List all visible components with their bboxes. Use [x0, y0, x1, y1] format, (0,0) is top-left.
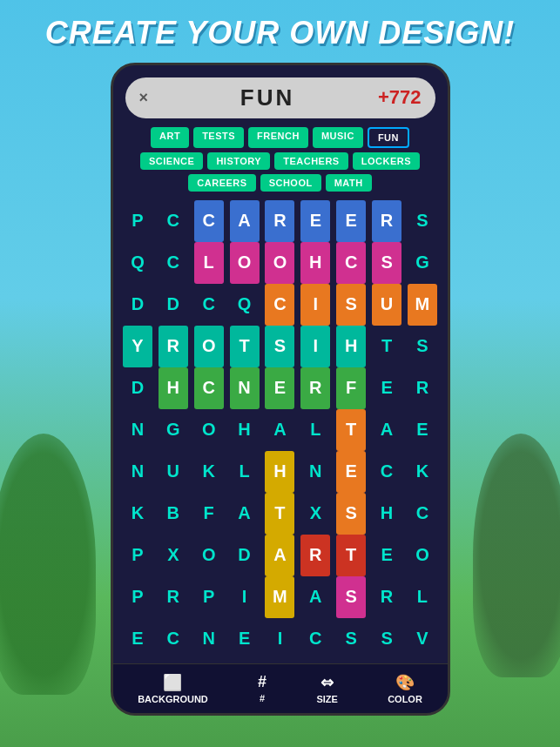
- cell-6-1[interactable]: U: [159, 451, 188, 493]
- cell-8-4[interactable]: A: [265, 535, 294, 576]
- cell-7-0[interactable]: K: [123, 493, 152, 535]
- toolbar-item-background[interactable]: ⬜BACKGROUND: [138, 673, 208, 704]
- cell-1-2[interactable]: L: [194, 242, 224, 284]
- cell-4-8[interactable]: R: [408, 367, 437, 409]
- cell-0-2[interactable]: C: [194, 200, 224, 242]
- cell-1-0[interactable]: Q: [123, 242, 152, 284]
- cell-1-8[interactable]: G: [408, 242, 437, 284]
- cell-3-4[interactable]: S: [265, 326, 294, 367]
- word-chip-math[interactable]: MATH: [326, 174, 372, 192]
- cell-10-1[interactable]: C: [159, 618, 188, 660]
- cell-10-3[interactable]: E: [230, 618, 260, 660]
- word-chip-fun[interactable]: FUN: [368, 127, 409, 148]
- cell-2-8[interactable]: M: [408, 284, 437, 326]
- cell-6-5[interactable]: N: [300, 451, 330, 493]
- toolbar-item-size[interactable]: ⇔SIZE: [316, 673, 337, 704]
- cell-4-5[interactable]: R: [300, 367, 330, 409]
- cell-6-3[interactable]: L: [230, 451, 260, 493]
- word-chip-lockers[interactable]: LOCKERS: [353, 152, 420, 170]
- cell-9-1[interactable]: R: [159, 576, 188, 618]
- cell-3-3[interactable]: T: [230, 326, 260, 367]
- cell-0-7[interactable]: R: [372, 200, 401, 242]
- close-button[interactable]: ×: [139, 89, 149, 107]
- cell-8-3[interactable]: D: [230, 535, 260, 576]
- cell-1-6[interactable]: C: [336, 242, 366, 284]
- cell-6-6[interactable]: E: [336, 451, 366, 493]
- cell-5-8[interactable]: E: [408, 409, 437, 451]
- cell-6-7[interactable]: C: [372, 451, 401, 493]
- cell-7-3[interactable]: A: [230, 493, 260, 535]
- cell-5-7[interactable]: A: [372, 409, 401, 451]
- cell-4-0[interactable]: D: [123, 367, 152, 409]
- cell-3-6[interactable]: H: [336, 326, 366, 367]
- cell-8-2[interactable]: O: [194, 535, 224, 576]
- cell-0-6[interactable]: E: [336, 200, 366, 242]
- word-chip-art[interactable]: ART: [151, 127, 189, 148]
- cell-5-2[interactable]: O: [194, 409, 224, 451]
- cell-1-3[interactable]: O: [230, 242, 260, 284]
- cell-3-0[interactable]: Y: [123, 326, 152, 367]
- cell-2-7[interactable]: U: [372, 284, 401, 326]
- cell-4-1[interactable]: H: [159, 367, 188, 409]
- word-chip-music[interactable]: MUSIC: [313, 127, 363, 148]
- cell-5-3[interactable]: H: [230, 409, 260, 451]
- cell-9-8[interactable]: L: [408, 576, 437, 618]
- cell-5-6[interactable]: T: [336, 409, 366, 451]
- word-chip-careers[interactable]: CAREERS: [188, 174, 255, 192]
- cell-2-6[interactable]: S: [336, 284, 366, 326]
- word-chip-science[interactable]: SCIENCE: [140, 152, 203, 170]
- cell-6-8[interactable]: K: [408, 451, 437, 493]
- word-chip-french[interactable]: FRENCH: [248, 127, 308, 148]
- cell-0-0[interactable]: P: [123, 200, 152, 242]
- cell-8-7[interactable]: E: [372, 535, 401, 576]
- cell-5-1[interactable]: G: [159, 409, 188, 451]
- cell-10-8[interactable]: V: [408, 618, 437, 660]
- cell-9-2[interactable]: P: [194, 576, 224, 618]
- cell-3-5[interactable]: I: [300, 326, 330, 367]
- cell-0-8[interactable]: S: [408, 200, 437, 242]
- cell-7-8[interactable]: C: [408, 493, 437, 535]
- cell-2-1[interactable]: D: [159, 284, 188, 326]
- cell-5-5[interactable]: L: [300, 409, 330, 451]
- cell-6-4[interactable]: H: [265, 451, 294, 493]
- cell-6-0[interactable]: N: [123, 451, 152, 493]
- cell-9-5[interactable]: A: [300, 576, 330, 618]
- cell-7-4[interactable]: T: [265, 493, 294, 535]
- cell-3-2[interactable]: O: [194, 326, 224, 367]
- cell-9-6[interactable]: S: [336, 576, 366, 618]
- cell-0-3[interactable]: A: [230, 200, 260, 242]
- cell-10-4[interactable]: I: [265, 618, 294, 660]
- cell-1-1[interactable]: C: [159, 242, 188, 284]
- word-chip-school[interactable]: SCHOOL: [260, 174, 321, 192]
- cell-10-0[interactable]: E: [123, 618, 152, 660]
- cell-3-1[interactable]: R: [159, 326, 188, 367]
- cell-9-0[interactable]: P: [123, 576, 152, 618]
- toolbar-item-color[interactable]: 🎨COLOR: [388, 673, 422, 704]
- cell-7-2[interactable]: F: [194, 493, 224, 535]
- cell-8-6[interactable]: T: [336, 535, 366, 576]
- cell-9-4[interactable]: M: [265, 576, 294, 618]
- toolbar-item-#[interactable]: ##: [258, 673, 267, 703]
- cell-3-8[interactable]: S: [408, 326, 437, 367]
- cell-1-4[interactable]: O: [265, 242, 294, 284]
- cell-10-5[interactable]: C: [300, 618, 330, 660]
- cell-8-8[interactable]: O: [408, 535, 437, 576]
- cell-0-1[interactable]: C: [159, 200, 188, 242]
- cell-9-7[interactable]: R: [372, 576, 401, 618]
- word-chip-tests[interactable]: TESTS: [193, 127, 244, 148]
- word-chip-teachers[interactable]: TEACHERS: [274, 152, 348, 170]
- cell-8-0[interactable]: P: [123, 535, 152, 576]
- cell-5-4[interactable]: A: [265, 409, 294, 451]
- cell-7-1[interactable]: B: [159, 493, 188, 535]
- cell-4-3[interactable]: N: [230, 367, 260, 409]
- cell-2-2[interactable]: C: [194, 284, 224, 326]
- cell-1-5[interactable]: H: [300, 242, 330, 284]
- cell-4-6[interactable]: F: [336, 367, 366, 409]
- cell-4-2[interactable]: C: [194, 367, 224, 409]
- cell-9-3[interactable]: I: [230, 576, 260, 618]
- cell-7-6[interactable]: S: [336, 493, 366, 535]
- cell-10-2[interactable]: N: [194, 618, 224, 660]
- cell-6-2[interactable]: K: [194, 451, 224, 493]
- cell-2-5[interactable]: I: [300, 284, 330, 326]
- cell-8-1[interactable]: X: [159, 535, 188, 576]
